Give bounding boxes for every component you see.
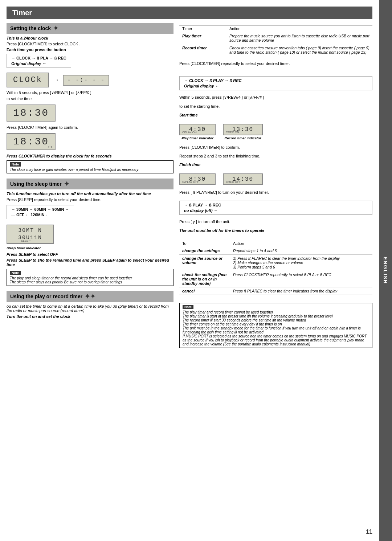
record-finish-lcd: 14:30 CREC OFF xyxy=(223,173,263,185)
sleep-flow-text1: → 30MIN → 60MIN → 90MIN → xyxy=(11,207,69,212)
section-header-clock: Setting the clock ✦ xyxy=(7,23,173,34)
table-row: check the settings (hen the unit is on o… xyxy=(179,271,372,287)
clock-lcd4: 18:30 ✦✦ xyxy=(7,133,56,150)
action-table-header-to: To xyxy=(179,240,230,247)
right-text5: Press [CLOCK/TIMER] to confirm. xyxy=(179,145,372,149)
clock-lcd3-wrapper: 18:30 xyxy=(7,103,173,123)
play-rec-flow-line1: → ß PLAY → ß REC xyxy=(184,203,368,207)
note-label-sleep: Note xyxy=(10,271,21,275)
right-text4: to set the starting time. xyxy=(179,104,372,108)
table-row: cancel Press ß PLAREC to clear the timer… xyxy=(179,287,372,295)
section-header-sleep: Using the sleep timer ✦ xyxy=(7,179,173,189)
clock-lcd1: CLOCk xyxy=(7,73,49,87)
play-record-intro: ou can set the timer to come on at a cer… xyxy=(7,304,173,313)
sleep-note-line1: The play and sleep timer or the record a… xyxy=(10,276,170,280)
section-sleep-timer: Using the sleep timer ✦ This function en… xyxy=(7,179,173,288)
clock-blink-indicator: ✦✦ xyxy=(48,146,53,149)
sleep-caption: Sleep timer indicator xyxy=(7,246,41,250)
section-play-record-timer: Using the play or record timer ✦✦ ou can… xyxy=(7,291,173,320)
clock-flow-text2: Original display ← xyxy=(11,61,46,66)
section-clock-title: Setting the clock xyxy=(10,25,51,31)
clock-lcd2: - -:- - - xyxy=(63,75,109,86)
play-rec-flow-line2: no display (off) ← xyxy=(184,208,368,213)
sleep-bold1: This function enables you to turn off th… xyxy=(7,192,173,196)
sleep-text1: Press [SLEEP] repeatedly to select your … xyxy=(7,197,173,202)
action-row4-action: Press ß PLAREC to clear the timer indica… xyxy=(230,287,372,295)
table-cell-play-action: Prepare the music source you ant to list… xyxy=(226,32,372,44)
finish-timer-indicators-row: 8:30 C/PLAY OFF 14:30 CREC OFF xyxy=(179,173,372,185)
note-box-sleep: Note The play and sleep timer or the rec… xyxy=(7,269,173,286)
record-timer-lcd: 13:30 CREC ON xyxy=(223,124,263,135)
record-finish-lcd-label: CREC OFF xyxy=(226,180,241,184)
sleep-flow-line2: — OFF ← 120MIN ← xyxy=(11,213,69,217)
action-row2-line2: 2) Make changes to the source or volume xyxy=(233,261,369,265)
play-finish-lcd-label: C/PLAY OFF xyxy=(182,180,199,184)
section-header-play-record: Using the play or record timer ✦✦ xyxy=(7,291,173,302)
right-text1: Press [CLOCK/TIMER] repeatedly to select… xyxy=(179,61,372,66)
clock-text3: Within 5 seconds, press [∨/REW/4 ] or [∧… xyxy=(7,90,173,95)
table-row: Play timer Prepare the music source you … xyxy=(179,32,372,44)
right-note-line4: The unit must be in the standby mode for… xyxy=(183,326,369,334)
clock-dot: ✦ xyxy=(53,24,58,32)
action-row4-to: cancel xyxy=(179,287,230,295)
sleep-lcd-wrapper: 30MT N 30U11N SLEEP Sleep timer indicato… xyxy=(7,223,173,250)
language-tab: ENGLISH xyxy=(379,0,392,541)
table-row: Record timer Check the cassettes erasure… xyxy=(179,44,372,56)
section-setting-clock: Setting the clock ✦ This is a 24hour clo… xyxy=(7,23,173,176)
play-record-bold1: Turn the unit on and set the clock xyxy=(7,314,173,319)
sleep-lcd: 30MT N 30U11N SLEEP xyxy=(7,225,54,244)
sleep-bold2: Press SLEEP to select OFF xyxy=(7,252,173,257)
clock-flow-line2: Original display ← xyxy=(11,61,66,66)
table-header-timer: Timer xyxy=(179,25,226,32)
play-finish-lcd: 8:30 C/PLAY OFF xyxy=(179,173,216,185)
section-play-record-title: Using the play or record timer xyxy=(10,294,82,299)
finish-time-label: Finish time xyxy=(179,163,372,167)
page-number: 11 xyxy=(366,529,372,535)
note-box-right: Note The play timer and record timer can… xyxy=(179,303,372,348)
play-finish-indicator: 8:30 C/PLAY OFF xyxy=(179,173,216,185)
play-record-dot: ✦✦ xyxy=(85,292,95,300)
sleep-flow-line1: → 30MIN → 60MIN → 90MIN → xyxy=(11,207,69,212)
record-finish-indicator: 14:30 CREC OFF xyxy=(223,173,263,185)
clock-lcd4-wrapper: 18:30 ✦✦ xyxy=(7,132,173,152)
clocktimer-note: Press CLOCKTIMER to display the clock fo… xyxy=(7,154,173,158)
sleep-bold3: Press SLEEP to sho the remaining time an… xyxy=(7,258,173,267)
right-note-line0: The play timer and record timer cannot b… xyxy=(183,310,369,314)
action-row1-to: change the settings xyxy=(179,247,230,255)
page-title: Timer xyxy=(7,7,372,19)
action-row2-line3: 3) Perform steps 5 and 6 xyxy=(233,265,369,269)
sleep-flow-text2: — OFF ← 120MIN ← xyxy=(11,213,50,217)
right-text8: Press [ y ] to turn off the unit. xyxy=(179,220,372,224)
right-text3: Within 5 seconds, press [∨/REW/4 ] or [∧… xyxy=(179,95,372,100)
action-row2-to: change the source or volume xyxy=(179,255,230,271)
right-note-line5: If MUSIC PORT is selected as the source … xyxy=(183,334,369,346)
record-timer-lcd-label: CREC ON xyxy=(226,131,239,134)
sleep-label: SLEEP xyxy=(21,239,30,243)
play-rec-flow-text1: → ß PLAY → ß REC xyxy=(184,203,221,207)
sleep-lcd-line1: 30MT N xyxy=(11,227,49,234)
play-timer-indicator: 4:30 CPLAY ON Play timer indicator xyxy=(179,124,216,140)
play-indicator-caption: Play timer indicator xyxy=(181,136,213,140)
table-cell-record-action: Check the cassettes erasure prevention t… xyxy=(226,44,372,56)
table-header-action: Action xyxy=(226,25,372,32)
right-text6: Repeat steps 2 and 3 to set the finishin… xyxy=(179,154,372,158)
play-timer-lcd: 4:30 CPLAY ON xyxy=(179,124,216,135)
clock-text1: Press [CLOCK/TIMER] to select CLOCK . xyxy=(7,42,173,46)
timer-indicators-row: 4:30 CPLAY ON Play timer indicator 13:30… xyxy=(179,124,372,140)
right-note-line3: The timer comes on at the set time every… xyxy=(183,322,369,326)
clock-flow-text1: → CLOCK → ß PLA → ß REC xyxy=(11,56,66,60)
action-row2-action: 1) Press ß PLAREC to clear the timer ind… xyxy=(230,255,372,271)
start-time-label: Start time xyxy=(179,113,372,117)
right-note-line1: The play timer ill start at the preset t… xyxy=(183,314,369,318)
unit-must-be-off: The unit must be off for the timers to o… xyxy=(179,228,372,233)
play-rec-flow-text2: no display (off) ← xyxy=(184,208,218,213)
clock-text5: Press [CLOCK/TIMER] again to confirm. xyxy=(7,125,173,130)
play-rec-flow: → ß PLAY → ß REC no display (off) ← xyxy=(179,201,372,215)
clock-flow-diagram: → CLOCK → ß PLA → ß REC Original display… xyxy=(7,54,71,68)
record-indicator-caption: Record timer indicator xyxy=(224,136,261,140)
table-row: change the source or volume 1) Press ß P… xyxy=(179,255,372,271)
table-cell-play-timer: Play timer xyxy=(179,32,226,44)
clock-flow-line1: → CLOCK → ß PLA → ß REC xyxy=(11,56,66,60)
section-sleep-title: Using the sleep timer xyxy=(10,181,62,187)
note-label-right: Note xyxy=(183,305,193,309)
